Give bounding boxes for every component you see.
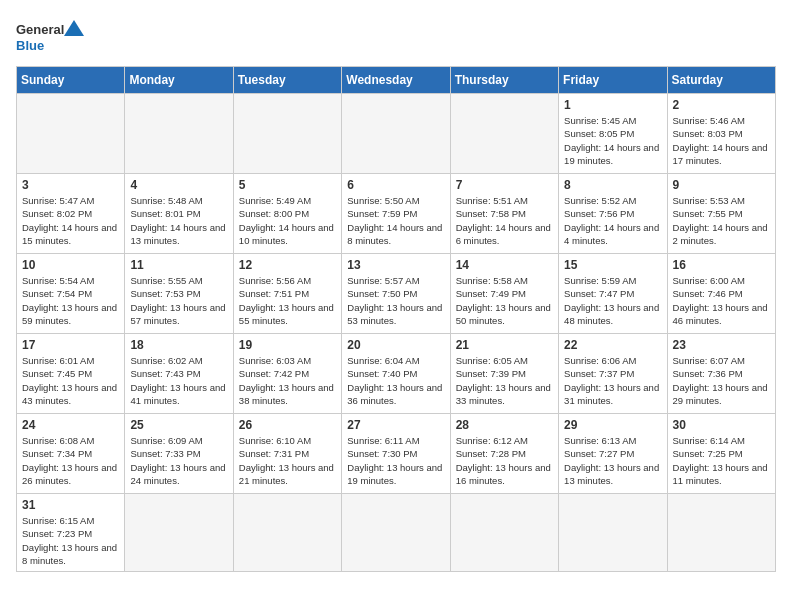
calendar-cell: 17Sunrise: 6:01 AM Sunset: 7:45 PM Dayli… [17, 334, 125, 414]
day-info: Sunrise: 5:55 AM Sunset: 7:53 PM Dayligh… [130, 274, 227, 327]
day-info: Sunrise: 6:08 AM Sunset: 7:34 PM Dayligh… [22, 434, 119, 487]
logo: General Blue [16, 16, 86, 56]
day-number: 21 [456, 338, 553, 352]
calendar-cell: 6Sunrise: 5:50 AM Sunset: 7:59 PM Daylig… [342, 174, 450, 254]
day-info: Sunrise: 5:59 AM Sunset: 7:47 PM Dayligh… [564, 274, 661, 327]
calendar-week-row: 17Sunrise: 6:01 AM Sunset: 7:45 PM Dayli… [17, 334, 776, 414]
day-info: Sunrise: 6:11 AM Sunset: 7:30 PM Dayligh… [347, 434, 444, 487]
day-info: Sunrise: 6:14 AM Sunset: 7:25 PM Dayligh… [673, 434, 770, 487]
day-info: Sunrise: 5:58 AM Sunset: 7:49 PM Dayligh… [456, 274, 553, 327]
calendar-cell: 10Sunrise: 5:54 AM Sunset: 7:54 PM Dayli… [17, 254, 125, 334]
calendar-cell: 16Sunrise: 6:00 AM Sunset: 7:46 PM Dayli… [667, 254, 775, 334]
day-number: 5 [239, 178, 336, 192]
weekday-header-saturday: Saturday [667, 67, 775, 94]
day-number: 1 [564, 98, 661, 112]
day-number: 17 [22, 338, 119, 352]
day-number: 8 [564, 178, 661, 192]
calendar-cell [125, 94, 233, 174]
weekday-header-sunday: Sunday [17, 67, 125, 94]
calendar-cell: 31Sunrise: 6:15 AM Sunset: 7:23 PM Dayli… [17, 494, 125, 572]
day-number: 19 [239, 338, 336, 352]
day-number: 18 [130, 338, 227, 352]
calendar-cell: 22Sunrise: 6:06 AM Sunset: 7:37 PM Dayli… [559, 334, 667, 414]
calendar-cell: 4Sunrise: 5:48 AM Sunset: 8:01 PM Daylig… [125, 174, 233, 254]
calendar-cell: 27Sunrise: 6:11 AM Sunset: 7:30 PM Dayli… [342, 414, 450, 494]
calendar-cell: 18Sunrise: 6:02 AM Sunset: 7:43 PM Dayli… [125, 334, 233, 414]
day-number: 31 [22, 498, 119, 512]
day-info: Sunrise: 5:50 AM Sunset: 7:59 PM Dayligh… [347, 194, 444, 247]
calendar-cell: 13Sunrise: 5:57 AM Sunset: 7:50 PM Dayli… [342, 254, 450, 334]
day-info: Sunrise: 6:06 AM Sunset: 7:37 PM Dayligh… [564, 354, 661, 407]
day-info: Sunrise: 6:07 AM Sunset: 7:36 PM Dayligh… [673, 354, 770, 407]
calendar-week-row: 1Sunrise: 5:45 AM Sunset: 8:05 PM Daylig… [17, 94, 776, 174]
day-info: Sunrise: 5:48 AM Sunset: 8:01 PM Dayligh… [130, 194, 227, 247]
day-number: 9 [673, 178, 770, 192]
calendar-cell [450, 94, 558, 174]
calendar-cell [17, 94, 125, 174]
calendar-week-row: 24Sunrise: 6:08 AM Sunset: 7:34 PM Dayli… [17, 414, 776, 494]
calendar-cell: 29Sunrise: 6:13 AM Sunset: 7:27 PM Dayli… [559, 414, 667, 494]
day-info: Sunrise: 6:01 AM Sunset: 7:45 PM Dayligh… [22, 354, 119, 407]
day-info: Sunrise: 6:15 AM Sunset: 7:23 PM Dayligh… [22, 514, 119, 567]
calendar-week-row: 10Sunrise: 5:54 AM Sunset: 7:54 PM Dayli… [17, 254, 776, 334]
weekday-header-thursday: Thursday [450, 67, 558, 94]
day-info: Sunrise: 5:57 AM Sunset: 7:50 PM Dayligh… [347, 274, 444, 327]
day-info: Sunrise: 6:05 AM Sunset: 7:39 PM Dayligh… [456, 354, 553, 407]
calendar-cell [342, 494, 450, 572]
calendar-cell: 25Sunrise: 6:09 AM Sunset: 7:33 PM Dayli… [125, 414, 233, 494]
day-number: 26 [239, 418, 336, 432]
day-number: 7 [456, 178, 553, 192]
day-info: Sunrise: 5:53 AM Sunset: 7:55 PM Dayligh… [673, 194, 770, 247]
calendar-cell: 5Sunrise: 5:49 AM Sunset: 8:00 PM Daylig… [233, 174, 341, 254]
day-info: Sunrise: 6:13 AM Sunset: 7:27 PM Dayligh… [564, 434, 661, 487]
calendar-cell: 21Sunrise: 6:05 AM Sunset: 7:39 PM Dayli… [450, 334, 558, 414]
day-number: 6 [347, 178, 444, 192]
weekday-header-friday: Friday [559, 67, 667, 94]
day-number: 28 [456, 418, 553, 432]
day-number: 3 [22, 178, 119, 192]
day-number: 27 [347, 418, 444, 432]
calendar-week-row: 31Sunrise: 6:15 AM Sunset: 7:23 PM Dayli… [17, 494, 776, 572]
day-info: Sunrise: 5:45 AM Sunset: 8:05 PM Dayligh… [564, 114, 661, 167]
day-info: Sunrise: 5:47 AM Sunset: 8:02 PM Dayligh… [22, 194, 119, 247]
svg-text:General: General [16, 22, 64, 37]
day-info: Sunrise: 5:56 AM Sunset: 7:51 PM Dayligh… [239, 274, 336, 327]
day-info: Sunrise: 5:52 AM Sunset: 7:56 PM Dayligh… [564, 194, 661, 247]
day-info: Sunrise: 6:12 AM Sunset: 7:28 PM Dayligh… [456, 434, 553, 487]
calendar-cell [342, 94, 450, 174]
calendar-cell: 7Sunrise: 5:51 AM Sunset: 7:58 PM Daylig… [450, 174, 558, 254]
calendar-cell: 23Sunrise: 6:07 AM Sunset: 7:36 PM Dayli… [667, 334, 775, 414]
calendar-cell: 1Sunrise: 5:45 AM Sunset: 8:05 PM Daylig… [559, 94, 667, 174]
weekday-header-monday: Monday [125, 67, 233, 94]
calendar-cell: 19Sunrise: 6:03 AM Sunset: 7:42 PM Dayli… [233, 334, 341, 414]
calendar-cell: 20Sunrise: 6:04 AM Sunset: 7:40 PM Dayli… [342, 334, 450, 414]
day-number: 4 [130, 178, 227, 192]
day-number: 10 [22, 258, 119, 272]
day-number: 16 [673, 258, 770, 272]
day-info: Sunrise: 6:03 AM Sunset: 7:42 PM Dayligh… [239, 354, 336, 407]
weekday-header-tuesday: Tuesday [233, 67, 341, 94]
calendar-cell: 11Sunrise: 5:55 AM Sunset: 7:53 PM Dayli… [125, 254, 233, 334]
day-number: 25 [130, 418, 227, 432]
day-number: 14 [456, 258, 553, 272]
day-info: Sunrise: 6:04 AM Sunset: 7:40 PM Dayligh… [347, 354, 444, 407]
calendar-week-row: 3Sunrise: 5:47 AM Sunset: 8:02 PM Daylig… [17, 174, 776, 254]
calendar-cell: 3Sunrise: 5:47 AM Sunset: 8:02 PM Daylig… [17, 174, 125, 254]
calendar-cell: 15Sunrise: 5:59 AM Sunset: 7:47 PM Dayli… [559, 254, 667, 334]
day-info: Sunrise: 5:51 AM Sunset: 7:58 PM Dayligh… [456, 194, 553, 247]
calendar-cell: 14Sunrise: 5:58 AM Sunset: 7:49 PM Dayli… [450, 254, 558, 334]
day-number: 2 [673, 98, 770, 112]
generalblue-logo: General Blue [16, 16, 86, 56]
day-number: 11 [130, 258, 227, 272]
day-number: 22 [564, 338, 661, 352]
calendar-cell: 28Sunrise: 6:12 AM Sunset: 7:28 PM Dayli… [450, 414, 558, 494]
day-info: Sunrise: 6:09 AM Sunset: 7:33 PM Dayligh… [130, 434, 227, 487]
day-info: Sunrise: 6:02 AM Sunset: 7:43 PM Dayligh… [130, 354, 227, 407]
day-number: 23 [673, 338, 770, 352]
calendar-cell: 26Sunrise: 6:10 AM Sunset: 7:31 PM Dayli… [233, 414, 341, 494]
page-header: General Blue [16, 16, 776, 56]
calendar-cell: 2Sunrise: 5:46 AM Sunset: 8:03 PM Daylig… [667, 94, 775, 174]
day-info: Sunrise: 5:54 AM Sunset: 7:54 PM Dayligh… [22, 274, 119, 327]
day-info: Sunrise: 5:46 AM Sunset: 8:03 PM Dayligh… [673, 114, 770, 167]
calendar-cell: 9Sunrise: 5:53 AM Sunset: 7:55 PM Daylig… [667, 174, 775, 254]
